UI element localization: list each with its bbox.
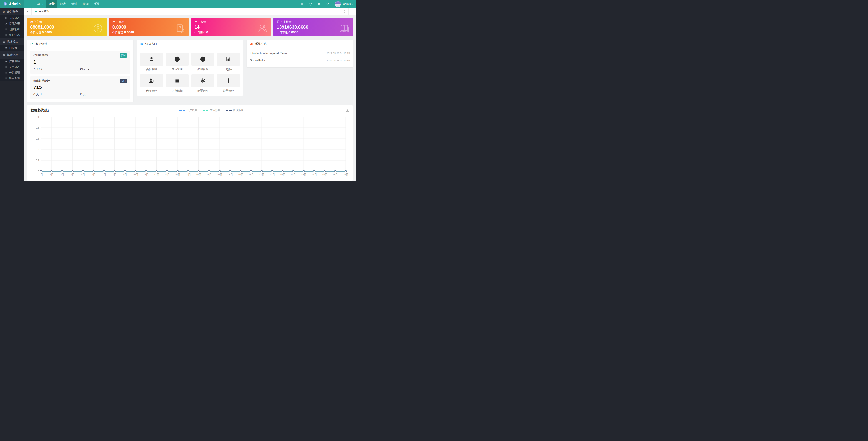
- avatar[interactable]: [335, 1, 341, 7]
- user-plus-icon: [149, 78, 154, 84]
- stat-today-label: 今日充值: [30, 31, 41, 34]
- system-announcement-header: 系统公告: [247, 40, 353, 48]
- sidebar-section-basic-info[interactable]: 基础信息: [0, 52, 24, 59]
- panel-title: 系统公告: [255, 42, 267, 46]
- quick-entry-daily-report[interactable]: 日报表: [217, 53, 240, 71]
- nav-member[interactable]: 会员: [34, 0, 46, 8]
- main-area: 后台首页 用户充值 88081.0000 今日充值0.0000: [24, 8, 356, 181]
- announcement-date: 2022-05-28 01:13:15: [327, 52, 350, 55]
- today-value: 0: [41, 67, 42, 71]
- svg-text:0.6: 0.6: [36, 137, 39, 140]
- list-icon: [5, 47, 8, 50]
- quick-entry-label: 菜单管理: [217, 89, 240, 93]
- svg-text:2日: 2日: [50, 173, 53, 176]
- panels-row: 数据统计 代理数量统计 实时 1 今天:0: [27, 40, 353, 102]
- refresh-icon[interactable]: [307, 0, 314, 8]
- stat-value: 0.0000: [113, 25, 186, 30]
- menu-toggle-icon[interactable]: [24, 0, 34, 8]
- tab-scroll-left-icon[interactable]: [24, 8, 32, 15]
- svg-text:0.2: 0.2: [36, 159, 39, 162]
- sidebar-item-transfer-detail[interactable]: 划转明细: [0, 27, 24, 32]
- yesterday-value: 0: [88, 67, 89, 71]
- sidebar-item-ad-management[interactable]: 广告管理: [0, 59, 24, 64]
- quick-entry-label: 会员管理: [140, 67, 163, 71]
- quick-entry-agent[interactable]: 代理管理: [140, 74, 163, 93]
- trend-line-chart[interactable]: 00.20.40.60.811日2日3日4日5日6日7日8日9日10日11日12…: [31, 113, 349, 179]
- game-order-card: 游戏订单统计 实时 715 今天:0 昨天:0: [30, 76, 130, 99]
- stat-yesterday-value: 0.0000: [42, 35, 51, 36]
- tab-scroll-right-icon[interactable]: [341, 8, 348, 15]
- sidebar-item-recharge-list[interactable]: 充值列表: [0, 15, 24, 21]
- stat-yesterday-value: 0: [207, 35, 208, 36]
- bitcoin-icon: ฿: [2, 10, 5, 13]
- svg-text:16日: 16日: [196, 173, 201, 176]
- sidebar-item-daily-report[interactable]: 日报表: [0, 45, 24, 51]
- brand[interactable]: Admin: [0, 0, 24, 8]
- svg-text:6日: 6日: [92, 173, 95, 176]
- download-icon[interactable]: [342, 109, 349, 112]
- quick-entry-withdraw[interactable]: 提现管理: [191, 53, 214, 71]
- svg-text:19日: 19日: [227, 173, 233, 176]
- sidebar-item-label: 语言配置: [9, 76, 20, 80]
- stat-yesterday-value: 0.0000: [124, 35, 133, 36]
- nav-operations[interactable]: 运营: [46, 0, 57, 8]
- stat-today-label: 今日用户: [195, 31, 206, 34]
- sidebar-item-language-config[interactable]: 语言配置: [0, 75, 24, 81]
- quick-entry-member[interactable]: 会员管理: [140, 53, 163, 71]
- announcement-row[interactable]: Game Rules 2022-05-25 07:14:39: [250, 57, 350, 64]
- megaphone-icon: [250, 42, 253, 45]
- panel-title: 数据统计: [35, 42, 47, 46]
- admin-dashboard: Admin 会员 运营 游戏 地址 代理 系统: [0, 0, 356, 181]
- nav-games[interactable]: 游戏: [57, 0, 69, 8]
- tab-dashboard-home[interactable]: 后台首页: [32, 8, 53, 15]
- panel-title: 快捷入口: [145, 42, 157, 46]
- legend-recharge-count[interactable]: 充值数量: [203, 108, 221, 112]
- sidebar-item-withdraw-list[interactable]: 提现列表: [0, 21, 24, 27]
- sidebar-section-member-accounts[interactable]: ฿ 会员账务: [0, 8, 24, 15]
- chart-title: 数据趋势统计: [31, 108, 81, 112]
- nav-agent[interactable]: 代理: [80, 0, 91, 8]
- stat-today-value: 0: [207, 30, 208, 34]
- quick-entry-menu[interactable]: 菜单管理: [217, 74, 240, 93]
- stat-cards-row: 用户充值 88081.0000 今日充值0.0000 昨日充值0.0000 用户…: [27, 18, 353, 36]
- legend-marker-icon: [203, 110, 209, 111]
- legend-withdraw-count[interactable]: 提现数量: [226, 108, 244, 112]
- quick-entry-config[interactable]: 配置管理: [191, 74, 214, 93]
- sidebar-section-label: 统计报表: [7, 40, 18, 44]
- trash-icon[interactable]: [315, 0, 323, 8]
- sidebar-item-account-log[interactable]: 账户日志: [0, 32, 24, 38]
- announcement-row[interactable]: Introduction to Imperial Casin... 2022-0…: [250, 50, 350, 57]
- stat-value: 88081.0000: [30, 25, 103, 30]
- sidebar-item-label: 充值列表: [9, 16, 20, 20]
- fullscreen-icon[interactable]: [324, 0, 332, 8]
- sidebar-section-statistics-report[interactable]: 统计报表: [0, 38, 24, 45]
- legend-user-count[interactable]: 用户数量: [179, 108, 197, 112]
- hexagon-icon[interactable]: [298, 0, 306, 8]
- plus-square-icon: [5, 17, 8, 20]
- system-announcement-panel: 系统公告 Introduction to Imperial Casin... 2…: [247, 40, 353, 67]
- realtime-badge: 实时: [120, 53, 127, 58]
- nav-system[interactable]: 系统: [91, 0, 103, 8]
- list-icon: [5, 34, 8, 36]
- mini-card-label: 游戏订单统计: [33, 79, 50, 83]
- svg-text:1: 1: [38, 115, 39, 118]
- sidebar-item-category-management[interactable]: 分类管理: [0, 70, 24, 75]
- svg-text:30日: 30日: [343, 173, 348, 176]
- tab-label: 后台首页: [38, 9, 49, 13]
- legend-label: 用户数量: [187, 108, 197, 112]
- yesterday-label: 昨天:: [80, 93, 86, 96]
- quick-entry-recharge[interactable]: 充值管理: [166, 53, 189, 71]
- stat-title: 总下注数量: [277, 20, 350, 24]
- sidebar-item-label: 广告管理: [9, 60, 20, 63]
- trend-chart-card: 数据趋势统计 用户数量 充值数量: [27, 105, 353, 180]
- user-menu[interactable]: admin: [343, 2, 355, 6]
- svg-text:9日: 9日: [123, 173, 127, 176]
- today-label: 今天:: [33, 93, 39, 96]
- quick-entry-content[interactable]: 内容编辑: [166, 74, 189, 93]
- sidebar-item-article-list[interactable]: 文章列表: [0, 64, 24, 70]
- nav-address[interactable]: 地址: [69, 0, 80, 8]
- bar-chart-icon: [225, 56, 231, 62]
- svg-text:8日: 8日: [113, 173, 117, 176]
- announcement-title: Game Rules: [250, 59, 266, 62]
- tab-menu-chevron-icon[interactable]: [348, 8, 356, 15]
